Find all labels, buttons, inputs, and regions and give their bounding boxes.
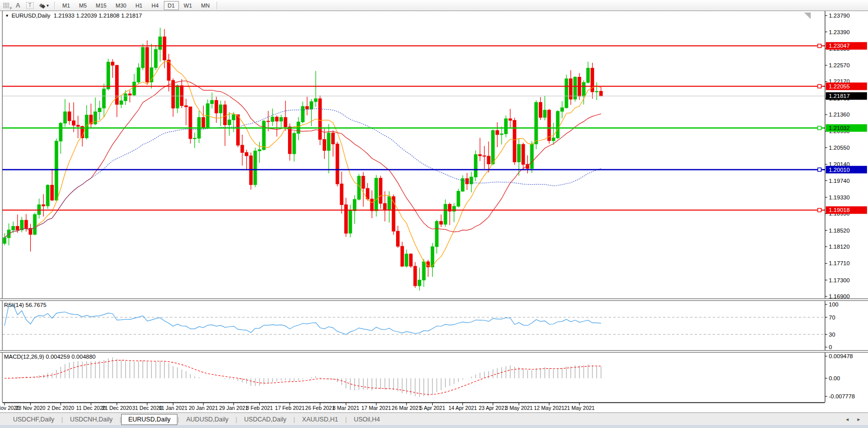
chart-title: ▼EURUSD,Daily 1.21933 1.22039 1.21808 1.… [5,13,142,19]
svg-text:70: 70 [829,314,835,320]
chart-dropdown-icon[interactable]: ▼ [5,14,9,18]
text-box-icon: T [26,2,33,9]
svg-text:1.21360: 1.21360 [829,112,850,118]
svg-text:21 Dec 2020: 21 Dec 2020 [102,405,132,411]
svg-text:1.19330: 1.19330 [829,194,850,200]
svg-text:1.23790: 1.23790 [829,13,850,19]
chart-canvas[interactable]: 1.237901.233901.229801.225701.221701.217… [0,0,868,428]
pane-splitter[interactable] [0,298,868,301]
symbol-tab-bar: USDCHF,Daily|USDCNH,Daily|EURUSD,Daily|A… [0,412,868,425]
toolbar-separator [217,2,218,10]
timeframe-group: M1M5M15M30H1H4D1W1MN [58,0,214,11]
text-box-tool-button[interactable]: T [23,1,36,10]
svg-text:1.18520: 1.18520 [829,228,850,234]
svg-text:1.23390: 1.23390 [829,29,850,35]
svg-text:26 Mar 2021: 26 Mar 2021 [392,405,421,411]
chart-symbol-label: EURUSD,Daily [12,13,50,19]
svg-text:31 Dec 2020: 31 Dec 2020 [132,405,162,411]
text-a-icon: A [16,2,20,9]
rsi-value: 56.7675 [26,302,47,308]
rsi-label: RSI(14) [4,302,24,308]
text-label-tool-button[interactable]: A [13,1,23,10]
symbol-tab-xauusd[interactable]: XAUUSD,H1 [295,414,345,424]
svg-text:100: 100 [829,301,838,307]
macd-label: MACD(12,26,9) [4,354,44,360]
svg-text:1.20550: 1.20550 [829,145,850,151]
svg-text:30: 30 [829,332,835,338]
svg-text:1.19740: 1.19740 [829,178,850,184]
timeframe-button-h4[interactable]: H4 [147,1,162,10]
symbol-tab-eurusd[interactable]: EURUSD,Daily [121,414,177,425]
timeframe-button-m1[interactable]: M1 [58,1,74,10]
symbol-tab-usdchf[interactable]: USDCHF,Daily [6,414,61,424]
timeframe-button-mn[interactable]: MN [197,1,214,10]
svg-text:1.20010: 1.20010 [829,167,850,173]
macd-panel-title: MACD(12,26,9) 0.004259 0.004880 [4,354,95,360]
svg-text:14 Apr 2021: 14 Apr 2021 [448,405,477,411]
svg-text:20 Jan 2021: 20 Jan 2021 [189,405,218,411]
svg-text:2 Dec 2020: 2 Dec 2020 [47,405,74,411]
tab-scroll-controls: ◄ ► [845,417,868,422]
svg-text:26 Feb 2021: 26 Feb 2021 [305,405,335,411]
svg-text:1.21817: 1.21817 [829,93,850,99]
grid-f-label: F [10,7,12,10]
svg-text:5 Apr 2021: 5 Apr 2021 [420,405,445,411]
symbol-tab-usdcnh[interactable]: USDCNH,Daily [63,414,120,424]
macd-values: 0.004259 0.004880 [46,354,95,360]
svg-text:1.19018: 1.19018 [829,207,850,213]
grid-fractal-tool-button[interactable]: F [0,1,13,10]
chevron-down-icon: ▾ [47,3,49,8]
svg-text:-0.007778: -0.007778 [829,393,855,399]
symbol-tab-audusd[interactable]: AUDUSD,Daily [179,414,235,424]
svg-text:0: 0 [829,344,832,350]
rsi-panel-title: RSI(14) 56.7675 [4,302,46,308]
timeframe-button-m15[interactable]: M15 [92,1,111,10]
timeframe-button-m30[interactable]: M30 [112,1,130,10]
svg-text:29 Jan 2021: 29 Jan 2021 [219,405,248,411]
svg-text:8 Mar 2021: 8 Mar 2021 [333,405,359,411]
status-bar [0,425,868,428]
svg-text:1.23047: 1.23047 [829,43,850,49]
timeframe-button-h1[interactable]: H1 [131,1,146,10]
symbol-tab-usoil[interactable]: USOil,H4 [347,414,387,424]
tab-scroll-right-button[interactable]: ► [856,417,861,422]
timeframe-button-m5[interactable]: M5 [75,1,90,10]
tab-scroll-left-button[interactable]: ◄ [845,417,849,422]
svg-text:0.009478: 0.009478 [829,353,853,359]
svg-text:1.17300: 1.17300 [829,277,850,283]
svg-text:1.22570: 1.22570 [829,62,850,68]
svg-text:8 Feb 2021: 8 Feb 2021 [246,405,273,411]
svg-text:12 May 2021: 12 May 2021 [534,405,564,411]
pane-splitter[interactable] [0,350,868,353]
svg-text:1.21032: 1.21032 [829,125,850,131]
top-toolbar: F A T ▾ M1M5M15M30H1H4D1W1MN [0,0,868,11]
svg-text:0.00: 0.00 [829,375,840,381]
dotted-grid-icon: F [3,3,10,8]
svg-text:1.22055: 1.22055 [829,83,850,89]
svg-text:11 Jan 2021: 11 Jan 2021 [159,405,187,411]
svg-text:11 Dec 2020: 11 Dec 2020 [76,405,106,411]
symbol-tab-usdcad[interactable]: USDCAD,Daily [237,414,294,424]
chart-ohlc-values: 1.21933 1.22039 1.21808 1.21817 [54,13,142,19]
svg-text:23 Nov 2020: 23 Nov 2020 [16,405,46,411]
svg-text:1.18120: 1.18120 [829,244,850,250]
svg-text:17 Mar 2021: 17 Mar 2021 [361,405,391,411]
svg-text:3 May 2021: 3 May 2021 [505,405,533,411]
toolbar-separator [54,2,55,10]
svg-text:17 Feb 2021: 17 Feb 2021 [275,405,305,411]
timeframe-button-d1[interactable]: D1 [164,1,179,10]
tabs-holder: USDCHF,Daily|USDCNH,Daily|EURUSD,Daily|A… [0,414,387,425]
svg-text:23 Apr 2021: 23 Apr 2021 [478,405,507,411]
svg-text:21 May 2021: 21 May 2021 [564,405,595,411]
timeframe-button-w1[interactable]: W1 [180,1,197,10]
svg-text:1.17710: 1.17710 [829,260,850,266]
arrow-objects-tool-button[interactable]: ▾ [37,1,52,10]
